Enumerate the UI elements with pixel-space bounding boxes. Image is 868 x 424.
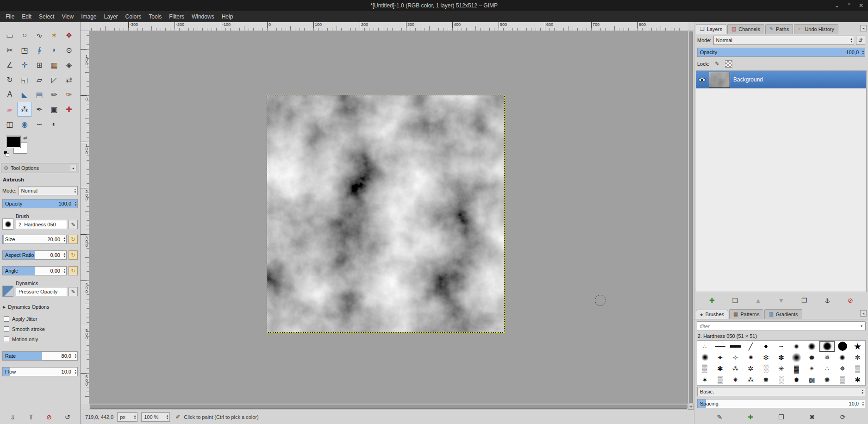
spinner[interactable]: ▴▾ [861,48,865,56]
maximize-button[interactable]: ⌃ [847,2,851,9]
tool-opacity-slider[interactable]: Opacity 100,0 ▴▾ [2,199,78,208]
brush-select[interactable]: 2. Hardness 050 [16,220,67,229]
spinner[interactable]: ▴▾ [133,414,137,420]
spacing-slider[interactable]: Spacing 10,0 ▴▾ [697,399,865,408]
new-layer-group-button[interactable]: ❏ [730,295,741,306]
brush-cell[interactable]: ✷ [728,374,743,385]
spinner[interactable]: ▴▾ [62,267,66,275]
canvas[interactable] [267,95,504,332]
refresh-brushes-button[interactable]: ⟳ [837,412,849,423]
shade-button[interactable]: ⌄ [835,2,839,9]
checkbox-smooth-stroke[interactable]: Smooth stroke [4,326,76,332]
unit-select[interactable]: px ▴▾ [117,412,137,422]
spinner[interactable]: ▴▾ [74,368,77,376]
brush-cell[interactable]: ✽ [774,352,789,363]
tab-brushes[interactable]: ●Brushes [696,310,728,319]
angle-slider[interactable]: Angle 0,00 ▴▾ [2,266,67,275]
tool-options-configure-button[interactable]: ◂ [70,165,76,171]
h-ruler[interactable]: -300-200-1000100200300400500600700800 [89,22,688,31]
delete-tool-preset-button[interactable]: ⊘ [44,412,55,423]
tool-unified-transform[interactable]: ◈ [62,57,76,72]
spinner[interactable]: ▴▾ [74,352,77,360]
brushes-configure-button[interactable]: ◂ [860,310,867,317]
zoom-select[interactable]: 100 % ▴▾ [141,412,170,422]
layer-visible-icon[interactable] [699,78,706,82]
layer-mode-select[interactable]: Normal ▴▾ [713,36,854,45]
ruler-corner[interactable] [81,22,89,31]
mode-switch-button[interactable]: ⇵ [856,36,865,45]
checkbox-motion-only[interactable]: Motion only [4,337,76,342]
brush-cell[interactable]: ▒ [835,374,850,385]
aspect-ratio-reset-button[interactable]: ↻ [69,250,78,260]
tool-scissors-select[interactable]: ✂ [2,43,17,57]
tool-clone[interactable]: ▣ [47,102,62,117]
brush-cell[interactable] [789,352,804,363]
checkbox-box[interactable] [4,316,9,322]
duplicate-brush-button[interactable]: ❐ [776,412,787,423]
restore-tool-preset-button[interactable]: ⇧ [25,412,37,423]
spinner[interactable]: ▴▾ [849,37,853,43]
paint-mode-select[interactable]: Normal ▴▾ [19,186,78,195]
brush-cell[interactable]: ✧ [728,352,743,363]
brush-cell[interactable]: ✼ [850,352,865,363]
brush-cell[interactable]: ∴ [697,341,712,352]
tool-rotate[interactable]: ↻ [2,72,17,87]
brush-cell-selected[interactable] [819,341,835,352]
brush-cell[interactable]: ⁂ [728,363,743,374]
size-reset-button[interactable]: ↻ [69,235,78,244]
brush-cell[interactable]: ▩ [804,374,819,385]
navigation-button[interactable]: ✛ [688,404,694,410]
flow-slider[interactable]: Flow 10,0 ▴▾ [2,367,78,376]
lock-pixels-button[interactable]: ✎ [713,60,721,68]
spinner[interactable]: ▴▾ [62,251,66,259]
tool-pencil[interactable]: ✏ [47,87,62,102]
spinner[interactable]: ▴▾ [861,389,864,394]
duplicate-layer-button[interactable]: ❐ [799,295,810,306]
brush-cell[interactable]: ✦ [712,352,728,363]
checkbox-apply-jitter[interactable]: Apply Jitter [4,316,76,322]
tool-bucket-fill[interactable]: ◣ [17,87,32,102]
dynamics-options-expander[interactable]: ▶ Dynamics Options [3,304,77,310]
tool-move[interactable]: ✛ [17,57,32,72]
edit-brush-button[interactable]: ✎ [69,220,78,229]
menu-view[interactable]: View [58,12,77,21]
menu-select[interactable]: Select [35,12,58,21]
h-scrollbar-thumb[interactable] [90,405,687,409]
brush-cell[interactable]: ✴ [804,363,819,374]
menu-colors[interactable]: Colors [122,12,145,21]
spinner[interactable]: ▴▾ [166,414,169,420]
brush-cell[interactable] [728,341,743,352]
brush-cell[interactable]: ╱ [743,341,758,352]
tab-paths[interactable]: ✎Paths [765,24,793,34]
tool-flip[interactable]: ⇄ [62,72,76,87]
tool-ink[interactable]: ✒ [32,102,47,117]
brush-cell[interactable] [697,352,712,363]
tab-layers[interactable]: ❏Layers [696,24,726,34]
new-layer-button[interactable]: ✚ [706,295,718,306]
brush-cell[interactable]: ▓ [789,363,804,374]
edit-dynamics-button[interactable]: ✎ [69,287,78,296]
rate-slider[interactable]: Rate 80,0 ▴▾ [2,351,78,361]
tool-foreground-select[interactable]: ◳ [17,43,32,57]
menu-edit[interactable]: Edit [18,12,35,21]
brush-cell[interactable]: ✺ [819,374,835,385]
layer-row-background[interactable]: Background [696,71,866,88]
brush-cell[interactable]: ∴ [819,363,835,374]
spinner[interactable]: ▴▾ [861,399,865,408]
dynamics-icon[interactable] [2,286,13,297]
brush-thumbnail[interactable] [2,218,13,230]
brush-cell[interactable] [789,341,804,352]
canvas-viewport[interactable] [89,31,688,404]
brush-cell[interactable]: ✲ [743,363,758,374]
brush-cell[interactable]: ░ [774,374,789,385]
tool-perspective[interactable]: ◸ [47,72,62,87]
brush-cell[interactable]: ✻ [758,352,774,363]
v-scrollbar-thumb[interactable] [689,31,693,403]
checkbox-box[interactable] [4,326,9,332]
aspect-ratio-slider[interactable]: Aspect Ratio 0,00 ▴▾ [2,250,67,260]
menu-help[interactable]: Help [218,12,237,21]
new-brush-button[interactable]: ✚ [745,412,756,423]
layer-opacity-slider[interactable]: Opacity 100,0 ▴▾ [697,48,865,57]
brush-cell[interactable]: ✹ [789,374,804,385]
delete-layer-button[interactable]: ⊘ [845,295,856,306]
